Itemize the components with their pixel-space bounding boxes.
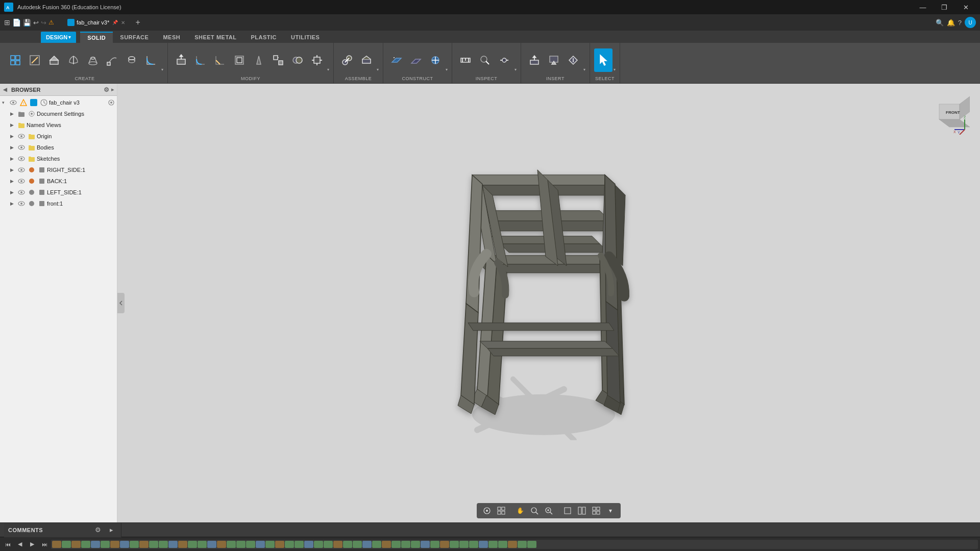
- comments-settings-button[interactable]: ⚙: [92, 524, 104, 536]
- timeline-item-23[interactable]: [265, 541, 275, 548]
- browser-bodies[interactable]: ▶ Bodies: [0, 142, 117, 153]
- zoom-button[interactable]: [543, 505, 555, 517]
- timeline-item-3[interactable]: [71, 541, 81, 548]
- select-button[interactable]: [594, 48, 612, 72]
- timeline-item-33[interactable]: [362, 541, 372, 548]
- timeline-item-46[interactable]: [488, 541, 498, 548]
- tab-utilities[interactable]: UTILITIES: [284, 32, 327, 43]
- doc-settings-expand[interactable]: ▶: [10, 111, 16, 116]
- timeline-item-34[interactable]: [372, 541, 381, 548]
- sweep-button[interactable]: [103, 48, 121, 72]
- grid-menu-button[interactable]: ⊞: [4, 18, 10, 27]
- close-button[interactable]: ✕: [955, 0, 976, 14]
- fillet-btn2[interactable]: [191, 48, 210, 72]
- insert-button2[interactable]: [545, 48, 563, 72]
- browser-doc-settings[interactable]: ▶ Document Settings: [0, 108, 117, 119]
- more-button[interactable]: ▾: [604, 505, 617, 517]
- timeline-item-10[interactable]: [139, 541, 149, 548]
- timeline-item-22[interactable]: [256, 541, 265, 548]
- new-component-button[interactable]: [6, 48, 24, 72]
- viewcube[interactable]: FRONT Z X Y: [929, 94, 970, 135]
- offset-plane-button[interactable]: [387, 48, 406, 72]
- timeline-item-38[interactable]: [411, 541, 420, 548]
- bodies-visibility-icon[interactable]: [17, 143, 26, 152]
- scale-button[interactable]: [269, 48, 287, 72]
- timeline-item-4[interactable]: [81, 541, 90, 548]
- pan-button[interactable]: ✋: [514, 505, 526, 517]
- browser-back[interactable]: ▶ BACK:1: [0, 176, 117, 187]
- timeline-item-40[interactable]: [430, 541, 439, 548]
- tab-solid[interactable]: SOLID: [80, 32, 113, 43]
- timeline-item-24[interactable]: [275, 541, 284, 548]
- revolve-button[interactable]: [64, 48, 83, 72]
- timeline-item-5[interactable]: [91, 541, 100, 548]
- doc-settings-icon[interactable]: [108, 99, 115, 106]
- restore-button[interactable]: ❐: [934, 0, 954, 14]
- timeline-item-6[interactable]: [101, 541, 110, 548]
- minimize-button[interactable]: —: [913, 0, 933, 14]
- timeline-item-2[interactable]: [62, 541, 71, 548]
- timeline-item-21[interactable]: [246, 541, 255, 548]
- construct-button2[interactable]: [407, 48, 425, 72]
- help-button[interactable]: ?: [958, 19, 962, 27]
- chamfer-button[interactable]: [211, 48, 229, 72]
- search-button[interactable]: 🔍: [936, 19, 944, 27]
- shell-button[interactable]: [230, 48, 249, 72]
- select-more-button[interactable]: ▾: [614, 67, 616, 72]
- browser-settings-icon[interactable]: ⚙: [104, 86, 109, 93]
- zoom-fit-button[interactable]: [528, 505, 541, 517]
- tab-close-icon[interactable]: ✕: [121, 20, 125, 26]
- active-tab-label[interactable]: fab_chair v3*: [77, 19, 109, 26]
- combine-button[interactable]: [288, 48, 307, 72]
- insert-button3[interactable]: [564, 48, 582, 72]
- browser-right-side[interactable]: ▶ RIGHT_SIDE:1: [0, 164, 117, 176]
- timeline-item-14[interactable]: [178, 541, 187, 548]
- inspect-more-button[interactable]: ▾: [514, 67, 517, 72]
- user-menu[interactable]: U: [965, 17, 976, 28]
- timeline-item-25[interactable]: [285, 541, 294, 548]
- browser-toggle-button[interactable]: [117, 293, 125, 313]
- timeline-item-9[interactable]: [130, 541, 139, 548]
- create-more-button[interactable]: ▾: [161, 67, 163, 72]
- sketches-expand[interactable]: ▶: [10, 156, 16, 161]
- timeline-item-8[interactable]: [120, 541, 129, 548]
- right-side-expand[interactable]: ▶: [10, 167, 16, 172]
- extrude-button[interactable]: [45, 48, 63, 72]
- assemble-more-button[interactable]: ▾: [377, 67, 379, 72]
- fillet-button[interactable]: [142, 48, 160, 72]
- inspect-button2[interactable]: [476, 48, 494, 72]
- timeline-item-15[interactable]: [188, 541, 197, 548]
- tab-plastic[interactable]: PLASTIC: [243, 32, 284, 43]
- timeline-play-button[interactable]: ▶: [27, 539, 38, 550]
- timeline-item-16[interactable]: [198, 541, 207, 548]
- timeline-item-32[interactable]: [353, 541, 362, 548]
- insert-button1[interactable]: [525, 48, 544, 72]
- tab-pin-icon[interactable]: 📌: [112, 20, 118, 25]
- timeline-item-7[interactable]: [110, 541, 119, 548]
- timeline-item-12[interactable]: [159, 541, 168, 548]
- bodies-expand[interactable]: ▶: [10, 145, 16, 150]
- timeline-item-49[interactable]: [518, 541, 527, 548]
- left-side-expand[interactable]: ▶: [10, 190, 16, 195]
- insert-more-button[interactable]: ▾: [583, 67, 585, 72]
- create-sketch-button[interactable]: [26, 48, 44, 72]
- draft-button[interactable]: [250, 48, 268, 72]
- timeline-item-37[interactable]: [401, 541, 410, 548]
- right-side-visibility-icon[interactable]: [17, 166, 26, 174]
- timeline-item-20[interactable]: [236, 541, 246, 548]
- design-mode-button[interactable]: DESIGN ▾: [41, 32, 76, 43]
- browser-root-item[interactable]: ▾ ! fab_chair v3: [0, 97, 117, 108]
- timeline-item-36[interactable]: [391, 541, 401, 548]
- timeline-item-17[interactable]: [207, 541, 216, 548]
- timeline-item-19[interactable]: [227, 541, 236, 548]
- timeline-item-18[interactable]: [217, 541, 226, 548]
- construct-button3[interactable]: [426, 48, 445, 72]
- browser-front[interactable]: ▶ front:1: [0, 198, 117, 209]
- timeline-item-11[interactable]: [149, 541, 158, 548]
- front-visibility-icon[interactable]: [17, 199, 26, 208]
- notification-icon[interactable]: 🔔: [947, 19, 955, 27]
- save-button[interactable]: 💾: [23, 19, 31, 27]
- viewport[interactable]: FRONT Z X Y ✋: [117, 84, 980, 522]
- named-views-expand[interactable]: ▶: [10, 122, 16, 128]
- hole-button[interactable]: [122, 48, 141, 72]
